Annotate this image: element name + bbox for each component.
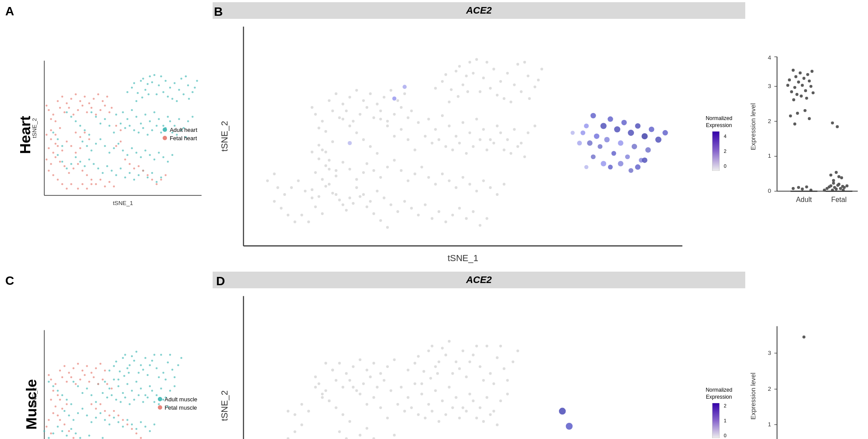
svg-point-203	[128, 163, 131, 165]
svg-point-185	[50, 118, 52, 120]
svg-point-19	[171, 98, 174, 100]
svg-point-3	[140, 80, 142, 82]
svg-point-596	[153, 401, 156, 403]
svg-point-864	[331, 369, 334, 372]
svg-point-223	[458, 65, 461, 67]
svg-point-445	[608, 165, 613, 170]
svg-point-15	[156, 93, 158, 96]
svg-point-87	[153, 159, 156, 161]
svg-point-844	[352, 365, 355, 368]
svg-point-113	[151, 172, 153, 174]
svg-point-252	[434, 87, 437, 89]
svg-point-109	[133, 179, 135, 181]
svg-text:1: 1	[768, 421, 771, 428]
svg-point-14	[162, 91, 164, 93]
svg-point-194	[115, 125, 117, 127]
svg-point-264	[496, 124, 498, 127]
svg-point-195	[120, 129, 122, 131]
svg-point-789	[489, 413, 491, 416]
panel-d-gradient-svg	[711, 403, 720, 438]
svg-point-331	[472, 210, 474, 213]
svg-point-107	[124, 177, 126, 179]
svg-point-402	[314, 205, 317, 208]
svg-point-101	[97, 167, 100, 170]
svg-point-256	[441, 114, 444, 117]
svg-point-536	[153, 354, 156, 356]
svg-point-719	[417, 355, 420, 358]
svg-point-428	[618, 140, 623, 146]
svg-point-690	[97, 383, 100, 385]
svg-point-705	[117, 414, 120, 417]
svg-point-375	[311, 106, 313, 109]
svg-point-651	[66, 403, 68, 405]
svg-point-764	[396, 403, 399, 406]
svg-point-250	[448, 101, 451, 103]
svg-point-154	[57, 179, 59, 181]
svg-point-548	[164, 379, 167, 381]
svg-point-235	[506, 72, 509, 74]
svg-text:tSNE_2: tSNE_2	[220, 390, 230, 421]
svg-point-81	[126, 154, 128, 156]
panel-a-legend: Adult heart Fetal heart	[163, 127, 197, 143]
svg-point-742	[503, 367, 505, 370]
svg-point-363	[366, 106, 368, 109]
svg-point-411	[311, 197, 313, 199]
svg-point-34	[126, 91, 128, 93]
svg-point-499	[797, 186, 800, 189]
svg-point-781	[352, 386, 355, 389]
svg-text:4: 4	[768, 54, 771, 61]
svg-point-192	[50, 138, 52, 141]
svg-point-407	[283, 193, 286, 196]
legend-dot-fetal-muscle	[158, 405, 162, 410]
svg-point-164	[84, 96, 86, 98]
svg-point-792	[366, 427, 368, 430]
svg-point-308	[372, 169, 375, 172]
svg-point-502	[792, 187, 795, 190]
svg-point-553	[123, 375, 125, 377]
svg-point-775	[472, 400, 474, 402]
svg-point-443	[591, 154, 596, 159]
svg-point-165	[88, 103, 90, 105]
svg-point-358	[331, 110, 334, 112]
svg-point-351	[362, 99, 365, 102]
svg-point-760	[448, 386, 451, 389]
svg-point-774	[465, 410, 468, 412]
svg-point-528	[115, 361, 117, 363]
svg-point-755	[413, 382, 416, 385]
svg-point-175	[82, 105, 84, 107]
panel-b-legend-title: NormalizedExpression	[706, 115, 733, 129]
svg-point-354	[383, 96, 385, 99]
svg-point-373	[317, 127, 320, 129]
svg-point-766	[410, 407, 413, 409]
svg-point-276	[499, 131, 502, 134]
svg-point-724	[455, 361, 457, 363]
svg-point-201	[120, 141, 122, 143]
svg-point-519	[829, 173, 832, 177]
svg-point-847	[372, 362, 375, 365]
svg-point-538	[126, 367, 128, 369]
svg-point-307	[379, 176, 382, 179]
svg-point-33	[131, 87, 133, 89]
svg-point-772	[451, 407, 454, 409]
svg-point-632	[102, 437, 104, 439]
svg-text:Expression level: Expression level	[750, 103, 757, 150]
panel-b-color-legend: NormalizedExpression	[693, 19, 745, 267]
svg-point-184	[48, 109, 50, 111]
svg-point-18	[178, 89, 180, 91]
svg-point-378	[331, 140, 334, 143]
svg-point-39	[135, 116, 138, 118]
svg-point-95	[75, 120, 77, 123]
svg-point-145	[95, 183, 97, 185]
svg-point-746	[506, 379, 509, 382]
svg-point-236	[513, 83, 516, 86]
svg-point-452	[392, 96, 396, 100]
svg-point-266	[430, 142, 433, 144]
svg-point-270	[458, 142, 461, 144]
svg-point-524	[831, 121, 834, 124]
svg-point-703	[108, 414, 110, 417]
svg-point-17	[174, 82, 176, 84]
svg-point-350	[355, 89, 358, 92]
svg-point-265	[424, 135, 427, 138]
svg-point-206	[142, 170, 144, 172]
svg-point-701	[100, 403, 102, 405]
